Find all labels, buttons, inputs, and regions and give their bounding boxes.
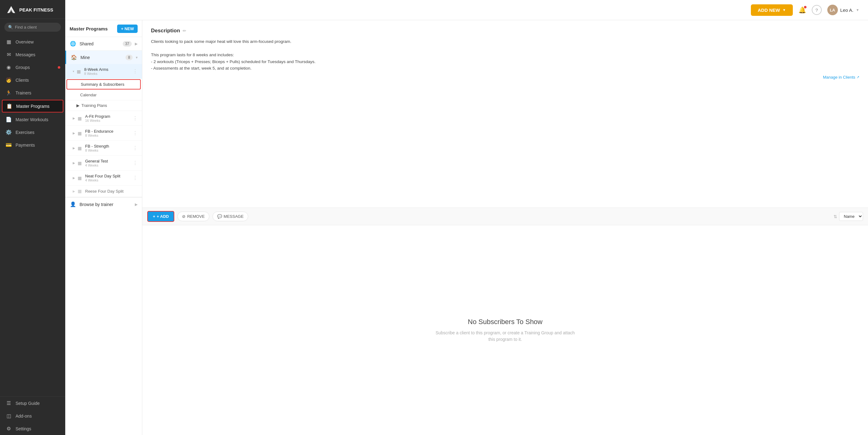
payments-icon: 💳: [6, 142, 12, 148]
description-text: Clients looking to pack some major heat …: [151, 38, 400, 72]
program-name: FB - Strength: [85, 144, 130, 149]
program-duration: 8 Weeks: [84, 72, 130, 75]
mine-count: 8: [125, 55, 133, 60]
program-options-icon[interactable]: ⋮: [133, 160, 137, 166]
user-chevron-icon: ▼: [856, 8, 859, 12]
app-name: PEAK FITNESS: [19, 7, 53, 13]
program-duration: 4 Weeks: [85, 178, 130, 182]
manage-in-clients-link[interactable]: Manage in Clients ↗: [151, 72, 859, 84]
program-expand-arrow: ▶: [73, 176, 75, 180]
shared-count: 37: [123, 41, 132, 46]
sort-icon: ⇅: [834, 214, 837, 219]
sidebar-item-label: Master Programs: [16, 104, 50, 109]
browse-by-trainer-row[interactable]: 👤 Browse by trainer ▶: [65, 197, 142, 211]
overview-icon: ▦: [6, 39, 12, 45]
search-placeholder: Find a client: [15, 25, 37, 30]
mine-icon: 🏠: [70, 54, 78, 60]
help-button[interactable]: ?: [812, 5, 822, 15]
program-item-reese-four-day[interactable]: ▶ ▦ Reese Four Day Split: [65, 186, 142, 197]
sidebar-item-groups[interactable]: ◉ Groups: [0, 61, 65, 74]
sub-item-calendar[interactable]: Calendar: [65, 90, 142, 100]
program-options-icon[interactable]: ⋮: [133, 68, 137, 74]
program-duration: 16 Weeks: [85, 119, 130, 122]
remove-label: REMOVE: [187, 214, 205, 219]
search-icon: 🔍: [8, 25, 13, 30]
new-button-label: + NEW: [121, 26, 134, 31]
program-name: FB - Endurance: [85, 129, 130, 134]
add-new-button[interactable]: ADD NEW ▼: [751, 4, 793, 16]
program-info: Neat Four Day Split 4 Weeks: [85, 174, 130, 182]
notifications-button[interactable]: 🔔: [798, 6, 806, 14]
sub-item-summary[interactable]: Summary & Subscribers: [66, 79, 141, 90]
sidebar-item-messages[interactable]: ✉ Messages: [0, 48, 65, 61]
sidebar-item-trainers[interactable]: 🏃 Trainers: [0, 86, 65, 99]
clients-icon: 🧑: [6, 77, 12, 83]
exercises-icon: ⚙️: [6, 129, 12, 135]
program-item-neat-four-day[interactable]: ▶ ▦ Neat Four Day Split 4 Weeks ⋮: [65, 170, 142, 186]
program-name: 8-Week Arms: [84, 67, 130, 72]
master-workouts-icon: 📄: [6, 117, 12, 122]
program-item-8-week-arms[interactable]: ▾ ▦ 8-Week Arms 8 Weeks ⋮: [65, 64, 142, 79]
program-options-icon[interactable]: ⋮: [133, 145, 137, 151]
program-duration: 8 Weeks: [85, 149, 130, 152]
sidebar-item-label: Add-ons: [16, 413, 32, 418]
program-name: Neat Four Day Split: [85, 174, 130, 178]
programs-panel-title: Master Programs: [70, 26, 108, 31]
program-options-icon[interactable]: ⋮: [133, 115, 137, 121]
avatar-initials: LA: [830, 8, 835, 12]
sidebar-item-clients[interactable]: 🧑 Clients: [0, 74, 65, 86]
shared-icon: 🌐: [70, 41, 76, 46]
find-client-search[interactable]: 🔍 Find a client: [4, 23, 61, 32]
mine-label: Mine: [81, 55, 122, 60]
edit-description-icon[interactable]: ✏: [183, 28, 186, 33]
program-options-icon[interactable]: ⋮: [133, 130, 137, 136]
program-info: FB - Strength 8 Weeks: [85, 144, 130, 152]
plus-icon: +: [153, 214, 155, 219]
message-label: MESSAGE: [224, 214, 244, 219]
program-item-fb-endurance[interactable]: ▶ ▦ FB - Endurance 8 Weeks ⋮: [65, 126, 142, 141]
empty-state: No Subscribers To Show Subscribe a clien…: [142, 225, 868, 435]
program-item-general-test[interactable]: ▶ ▦ General Test 4 Weeks ⋮: [65, 156, 142, 170]
add-new-label: ADD NEW: [758, 7, 780, 13]
remove-button[interactable]: ⊘ REMOVE: [177, 212, 209, 221]
browse-trainer-icon: 👤: [70, 201, 76, 207]
sidebar-item-master-programs[interactable]: 📋 Master Programs: [2, 100, 63, 113]
username-label: Leo A.: [840, 7, 854, 13]
sidebar-item-setup-guide[interactable]: ☰ Setup Guide: [0, 397, 65, 409]
master-programs-icon: 📋: [6, 103, 12, 109]
sidebar-item-label: Exercises: [16, 130, 34, 135]
sidebar-item-payments[interactable]: 💳 Payments: [0, 138, 65, 151]
shared-arrow-icon: ▶: [135, 42, 137, 46]
program-info: 8-Week Arms 8 Weeks: [84, 67, 130, 75]
program-options-icon[interactable]: ⋮: [133, 175, 137, 181]
sort-select[interactable]: Name Date: [839, 212, 863, 221]
program-icon: ▦: [78, 116, 83, 121]
sidebar: PEAK FITNESS 🔍 Find a client ▦ Overview …: [0, 0, 65, 435]
sidebar-item-settings[interactable]: ⚙ Settings: [0, 422, 65, 435]
mine-arrow-icon: ▾: [136, 55, 137, 60]
program-item-fb-strength[interactable]: ▶ ▦ FB - Strength 8 Weeks ⋮: [65, 141, 142, 156]
sidebar-item-master-workouts[interactable]: 📄 Master Workouts: [0, 113, 65, 126]
sidebar-item-exercises[interactable]: ⚙️ Exercises: [0, 126, 65, 138]
program-icon: ▦: [78, 161, 83, 166]
sort-container: ⇅ Name Date: [834, 212, 863, 221]
user-menu[interactable]: LA Leo A. ▼: [827, 5, 859, 15]
shared-label: Shared: [80, 41, 120, 46]
program-item-a-fit[interactable]: ▶ ▦ A-Fit Program 16 Weeks ⋮: [65, 111, 142, 126]
add-subscriber-button[interactable]: + + ADD: [147, 211, 174, 222]
shared-section-row[interactable]: 🌐 Shared 37 ▶: [65, 37, 142, 51]
sidebar-item-label: Messages: [16, 52, 35, 57]
message-button[interactable]: 💬 MESSAGE: [213, 212, 248, 221]
new-program-button[interactable]: + NEW: [117, 25, 137, 33]
program-name: General Test: [85, 159, 130, 163]
mine-row[interactable]: 🏠 Mine 8 ▾: [65, 51, 142, 64]
setup-guide-icon: ☰: [6, 400, 12, 406]
program-name: A-Fit Program: [85, 114, 130, 119]
sidebar-item-label: Overview: [16, 39, 34, 44]
sub-item-training-plans[interactable]: ▶ Training Plans: [65, 100, 142, 111]
chevron-down-icon: ▼: [782, 8, 786, 12]
sidebar-item-add-ons[interactable]: ◫ Add-ons: [0, 409, 65, 422]
program-info: A-Fit Program 16 Weeks: [85, 114, 130, 122]
sidebar-item-overview[interactable]: ▦ Overview: [0, 35, 65, 48]
description-header: Description ✏: [151, 28, 859, 34]
